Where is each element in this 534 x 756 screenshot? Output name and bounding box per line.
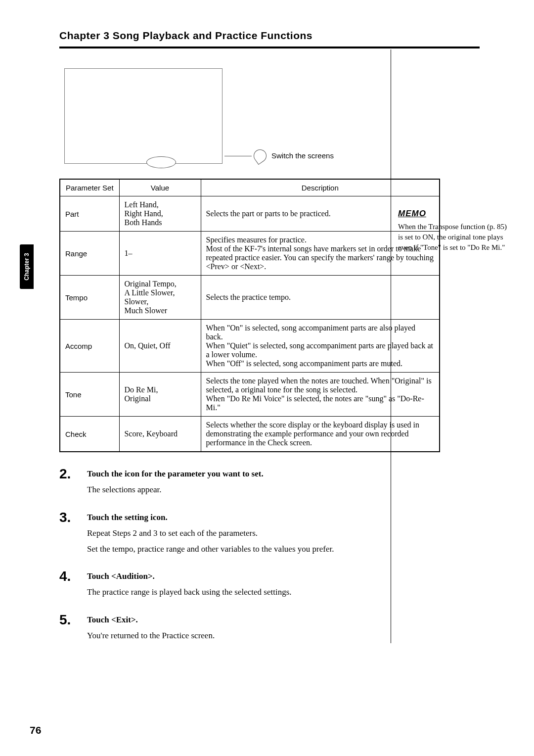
cell-value: 1–: [119, 232, 201, 276]
step-text: The practice range is played back using …: [87, 586, 504, 598]
cell-param: Tempo: [60, 276, 119, 320]
table-header-description: Description: [201, 179, 440, 196]
cell-param: Range: [60, 232, 119, 276]
table-row: Tone Do Re Mi, Original Selects the tone…: [60, 373, 440, 417]
step-number: 2.: [59, 467, 87, 481]
page: Chapter 3 Song Playback and Practice Fun…: [0, 0, 534, 676]
step-2: 2. Touch the icon for the parameter you …: [59, 467, 504, 500]
memo-label: MEMO: [398, 208, 426, 220]
figure-area: Switch the screens: [64, 68, 504, 164]
table-row: Part Left Hand, Right Hand, Both Hands S…: [60, 196, 440, 232]
cell-desc: Selects whether the score display or the…: [201, 417, 440, 452]
figure-connector-line: [224, 156, 252, 156]
table-header-value: Value: [119, 179, 201, 196]
table-row: Accomp On, Quiet, Off When "On" is selec…: [60, 320, 440, 373]
cell-param: Tone: [60, 373, 119, 417]
memo-note: MEMO When the Transpose function (p. 85)…: [398, 208, 512, 253]
cell-desc: Selects the practice tempo.: [201, 276, 440, 320]
steps-list: 2. Touch the icon for the parameter you …: [59, 467, 504, 646]
step-5: 5. Touch <Exit>. You're returned to the …: [59, 613, 504, 646]
step-text: Set the tempo, practice range and other …: [87, 543, 504, 555]
table-row: Tempo Original Tempo, A Little Slower, S…: [60, 276, 440, 320]
figure-callout-label: Switch the screens: [271, 151, 334, 160]
cell-param: Part: [60, 196, 119, 232]
page-number: 76: [30, 724, 41, 736]
table-header-parameter: Parameter Set: [60, 179, 119, 196]
cell-desc: When "On" is selected, song accompanimen…: [201, 320, 440, 373]
parameters-table: Parameter Set Value Description Part Lef…: [59, 179, 440, 452]
step-3: 3. Touch the setting icon. Repeat Steps …: [59, 511, 504, 559]
cell-value: Left Hand, Right Hand, Both Hands: [119, 196, 201, 232]
step-heading: Touch the setting icon.: [87, 513, 504, 522]
step-text: Repeat Steps 2 and 3 to set each of the …: [87, 527, 504, 539]
cell-value: On, Quiet, Off: [119, 320, 201, 373]
table-row: Range 1– Specifies measures for practice…: [60, 232, 440, 276]
figure-screenshot-placeholder: [64, 68, 222, 164]
chapter-title: Chapter 3 Song Playback and Practice Fun…: [59, 30, 504, 42]
memo-text: When the Transpose function (p. 85) is s…: [398, 222, 512, 253]
cell-value: Do Re Mi, Original: [119, 373, 201, 417]
cell-desc: Selects the tone played when the notes a…: [201, 373, 440, 417]
step-text: You're returned to the Practice screen.: [87, 630, 504, 642]
step-text: The selections appear.: [87, 484, 504, 496]
figure-callout-pointer: [251, 147, 269, 165]
title-divider: [59, 47, 480, 48]
cell-param: Accomp: [60, 320, 119, 373]
cell-value: Original Tempo, A Little Slower, Slower,…: [119, 276, 201, 320]
sidebar-divider: [391, 49, 391, 643]
step-number: 4.: [59, 569, 87, 583]
step-4: 4. Touch <Audition>. The practice range …: [59, 569, 504, 602]
table-row: Check Score, Keyboard Selects whether th…: [60, 417, 440, 452]
step-number: 3.: [59, 511, 87, 524]
cell-param: Check: [60, 417, 119, 452]
figure-callout-ellipse: [146, 156, 176, 168]
step-heading: Touch <Audition>.: [87, 571, 504, 581]
step-number: 5.: [59, 613, 87, 627]
step-heading: Touch the icon for the parameter you wan…: [87, 469, 504, 479]
cell-value: Score, Keyboard: [119, 417, 201, 452]
step-heading: Touch <Exit>.: [87, 615, 504, 625]
